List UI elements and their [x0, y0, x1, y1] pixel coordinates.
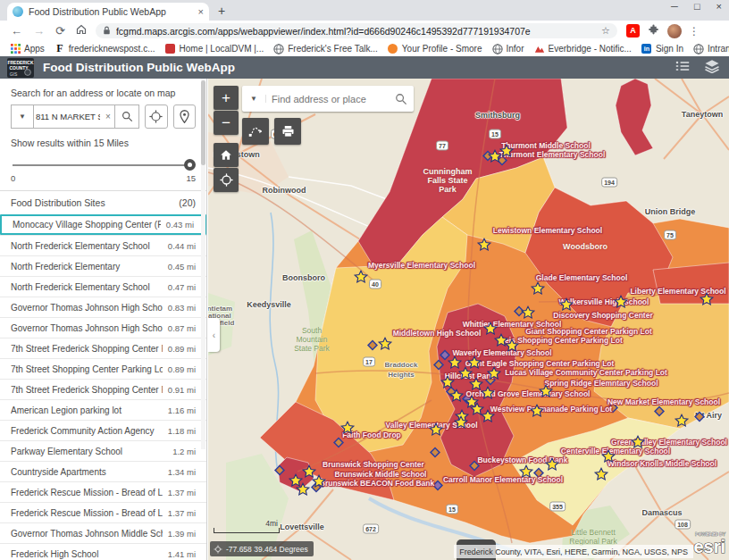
site-list-item[interactable]: North Frederick Elementary School0.47 mi [0, 276, 206, 297]
bookmark-item[interactable]: Infor [492, 44, 524, 54]
zoom-in-button[interactable]: + [214, 86, 239, 110]
coordinates-crosshair-icon[interactable] [214, 545, 222, 554]
layers-icon[interactable] [704, 59, 720, 77]
site-list-item[interactable]: Frederick Rescue Mission - Bread of Life… [0, 502, 206, 522]
site-list-item[interactable]: North Frederick Elementary0.45 mi [0, 255, 206, 276]
food-site-star-marker[interactable] [378, 337, 393, 355]
food-site-star-marker[interactable] [429, 422, 444, 441]
profile-avatar[interactable] [667, 24, 682, 38]
slider-track[interactable] [13, 164, 194, 166]
food-site-star-marker[interactable] [545, 457, 560, 476]
food-site-star-marker[interactable] [539, 384, 554, 403]
site-list-item[interactable]: Frederick Community Action Agency1.18 mi [0, 420, 206, 440]
tab-close-icon[interactable]: × [198, 6, 204, 17]
address-search-input[interactable] [34, 105, 102, 128]
food-site-star-marker[interactable] [675, 414, 690, 432]
bookmark-item[interactable]: Intranet Home [693, 44, 729, 54]
food-site-star-marker[interactable] [296, 482, 311, 501]
extensions-puzzle-icon[interactable] [648, 23, 659, 39]
food-site-star-marker[interactable] [521, 305, 536, 324]
site-list-item[interactable]: Monocacy Village Shopping Center (Parkin… [0, 214, 206, 235]
legend-icon[interactable] [675, 60, 690, 76]
food-site-star-marker[interactable] [487, 366, 502, 385]
food-site-star-marker[interactable] [505, 339, 520, 357]
bookmark-item[interactable]: Ffredericknewspost.c... [54, 44, 155, 54]
food-site-star-marker[interactable] [481, 409, 496, 428]
food-site-diamond-marker[interactable] [430, 446, 441, 462]
food-site-star-marker[interactable] [594, 467, 609, 486]
home-extent-button[interactable] [214, 143, 239, 167]
slider-handle[interactable] [184, 159, 196, 171]
list-scrollbar[interactable] [201, 79, 205, 449]
clear-search-icon[interactable]: × [102, 105, 114, 128]
map-pin-button[interactable] [173, 104, 197, 129]
food-site-star-marker[interactable] [519, 464, 534, 483]
maximize-icon[interactable]: □ [694, 1, 700, 12]
food-site-star-marker[interactable] [700, 292, 715, 311]
map-search-dropdown[interactable]: ▼ [242, 95, 266, 103]
map-search-input[interactable] [266, 94, 389, 104]
site-list-item[interactable]: Frederick High School1.41 mi [0, 543, 206, 560]
bookmark-item[interactable]: Everbridge - Notific... [534, 44, 632, 54]
map-search-button[interactable] [389, 93, 414, 105]
site-list-item[interactable]: 7th Street Shopping Center Parking Lot0.… [0, 358, 206, 379]
food-site-star-marker[interactable] [477, 238, 492, 256]
site-list-item[interactable]: 7th Street Frederick Shopping Center Par… [0, 379, 206, 399]
food-site-star-marker[interactable] [312, 474, 327, 493]
food-site-star-marker[interactable] [530, 404, 545, 422]
print-tool-button[interactable] [274, 118, 301, 145]
food-site-star-marker[interactable] [601, 449, 616, 468]
food-site-star-marker[interactable] [559, 297, 574, 316]
site-list-item[interactable]: Governor Thomas Johnson High School0.83 … [0, 297, 206, 317]
food-site-diamond-marker[interactable] [654, 405, 666, 421]
bookmark-item[interactable]: Apps [10, 44, 45, 54]
site-list-item[interactable]: Frederick Rescue Mission - Bread of Life… [0, 481, 206, 502]
food-site-diamond-marker[interactable] [274, 464, 286, 480]
bookmark-item[interactable]: Frederick's Free Talk... [273, 44, 378, 54]
new-tab-button[interactable]: + [218, 4, 225, 18]
bookmark-item[interactable]: Your Profile - Smore [388, 44, 482, 54]
browser-menu-icon[interactable]: ⋮ [689, 25, 700, 38]
forward-icon[interactable]: → [33, 24, 45, 38]
site-list-item[interactable]: Governor Thomas Johnson Middle School1.3… [0, 522, 206, 543]
address-bar[interactable]: fcgmd.maps.arcgis.com/apps/webappviewer/… [96, 23, 617, 38]
site-list-item[interactable]: American Legion parking lot1.16 mi [0, 399, 206, 420]
bookmark-item[interactable]: Home | LocalDVM |... [165, 44, 264, 54]
home-icon[interactable] [76, 24, 87, 38]
food-site-star-marker[interactable] [467, 355, 482, 374]
panel-collapse-button[interactable]: ‹ [208, 318, 220, 352]
map-canvas[interactable]: 15776419475401715355672108HagerstownSmit… [208, 79, 729, 560]
food-site-star-marker[interactable] [340, 421, 356, 439]
zoom-out-button[interactable]: − [214, 111, 239, 135]
bookmark-item[interactable]: inSign In [641, 44, 683, 54]
site-list-item[interactable]: Governor Thomas Johnson High School0.87 … [0, 317, 206, 338]
search-source-dropdown[interactable]: ▼ [12, 105, 34, 128]
directions-tool-button[interactable] [242, 118, 269, 145]
radius-slider[interactable] [11, 159, 196, 171]
map-search-widget[interactable]: ▼ [242, 86, 414, 112]
food-site-star-marker[interactable] [440, 375, 456, 394]
food-site-diamond-marker[interactable] [694, 410, 706, 426]
adobe-extension-icon[interactable]: A [626, 24, 640, 38]
refresh-icon[interactable]: ⟳ [55, 24, 65, 38]
food-site-star-marker[interactable] [631, 435, 646, 454]
search-button[interactable] [114, 105, 138, 128]
gps-locate-button[interactable] [145, 104, 168, 129]
scrollbar-thumb[interactable] [201, 80, 205, 165]
food-site-star-marker[interactable] [499, 144, 515, 163]
bookmark-star-icon[interactable]: ☆ [601, 25, 610, 37]
site-list-item[interactable]: Countryside Apartments1.34 mi [0, 461, 206, 481]
food-site-star-marker[interactable] [354, 270, 369, 288]
food-site-star-marker[interactable] [531, 281, 546, 300]
browser-tab[interactable]: Food Distribution Public WebApp × [7, 3, 209, 21]
close-icon[interactable]: × [716, 1, 722, 12]
food-site-star-marker[interactable] [454, 415, 469, 434]
site-list-item[interactable]: 7th Street Frederick Shopping Center Par… [0, 338, 206, 358]
food-site-label: Brunswick Middle School [335, 470, 427, 479]
back-icon[interactable]: ← [11, 24, 22, 38]
site-list-item[interactable]: Parkway Elementary School1.2 mi [0, 440, 206, 461]
site-list-item[interactable]: North Frederick Elementary School0.44 mi [0, 235, 206, 255]
minimize-icon[interactable]: ─ [671, 1, 678, 12]
food-site-star-marker[interactable] [614, 295, 629, 313]
my-location-button[interactable] [214, 168, 239, 192]
